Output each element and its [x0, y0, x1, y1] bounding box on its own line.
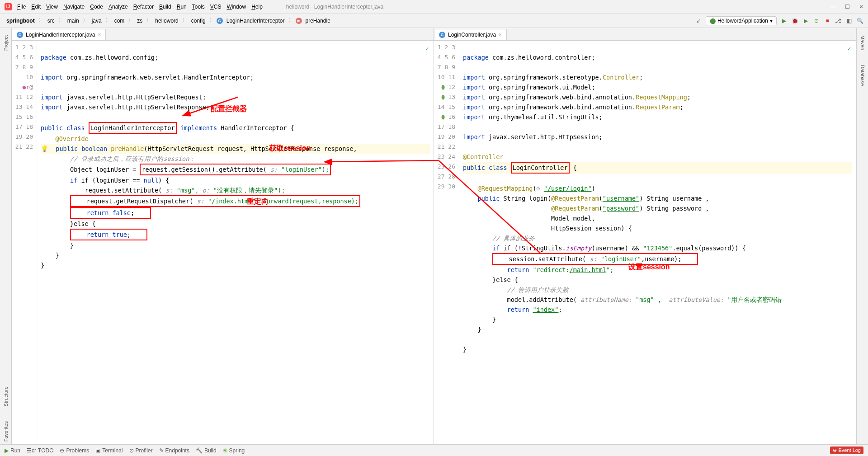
bc-helloword[interactable]: helloword	[153, 17, 180, 25]
menu-view[interactable]: View	[46, 4, 58, 10]
sidebar-project[interactable]: Project	[2, 33, 9, 53]
editor-left: C LoginHandlerInterceptor.java × 1 2 3 4…	[12, 28, 434, 444]
stop-icon[interactable]: ■	[824, 17, 831, 24]
bc-src[interactable]: src	[46, 17, 57, 25]
toolbar: springboot〉 src〉 main〉 java〉 com〉 zs〉 he…	[0, 14, 868, 28]
sidebar-maven[interactable]: Maven	[859, 33, 866, 53]
editor-tabs-left: C LoginHandlerInterceptor.java ×	[12, 28, 434, 41]
menu-build[interactable]: Build	[159, 4, 171, 10]
sidebar-database[interactable]: Database	[859, 62, 866, 89]
menu-tools[interactable]: Tools	[192, 4, 205, 10]
highlight-class-name: LoginHandlerInterceptor	[89, 122, 177, 134]
structure-icon[interactable]: ◧	[845, 17, 853, 24]
bc-main[interactable]: main	[66, 17, 81, 25]
left-sidebar: Project Structure Favorites	[0, 28, 12, 444]
menu-analyze[interactable]: Analyze	[108, 4, 128, 10]
class-icon: C	[17, 32, 23, 38]
bc-root[interactable]: springboot	[5, 17, 37, 25]
class-icon: C	[217, 18, 223, 24]
run-config-selector[interactable]: ⬤ HellowordApplication ▾	[706, 16, 777, 25]
annotation-cfg-interceptor: 配置拦截器	[211, 104, 247, 114]
bc-config[interactable]: config	[189, 17, 208, 25]
sb-profiler[interactable]: ⊙Profiler	[129, 447, 153, 454]
highlight-get-session: request.getSession().getAttribute( s: "l…	[140, 164, 331, 175]
run-config-name: HellowordApplication	[717, 18, 768, 24]
code-left[interactable]: ✓package com.zs.helloword.config; import…	[37, 41, 434, 444]
sb-endpoints[interactable]: ✎Endpoints	[159, 447, 189, 454]
menu-run[interactable]: Run	[177, 4, 187, 10]
bc-java[interactable]: java	[90, 17, 104, 25]
bc-class[interactable]: LoginHandlerInterceptor	[225, 17, 287, 25]
annotation-get-session: 获取session	[269, 143, 311, 153]
editor-tabs-right: C LoginController.java ×	[434, 28, 856, 41]
gutter-left[interactable]: 1 2 3 4 5 6 7 8 9 10 ●↑@ 11 12 13 14 15 …	[12, 41, 37, 444]
highlight-dispatcher: request.getRequestDispatcher( s: "/index…	[70, 195, 360, 207]
debug-icon[interactable]: 🐞	[791, 17, 798, 24]
main-area: Project Structure Favorites C LoginHandl…	[0, 28, 868, 444]
menu-window[interactable]: Window	[226, 4, 246, 10]
menu-help[interactable]: Help	[251, 4, 263, 10]
chevron-down-icon: ▾	[770, 18, 773, 24]
bc-zs[interactable]: zs	[135, 17, 144, 25]
sb-problems[interactable]: ⊖Problems	[60, 447, 89, 454]
menu-vcs[interactable]: VCS	[210, 4, 222, 10]
profile-icon[interactable]: ⊙	[813, 17, 820, 24]
minimize-icon[interactable]: —	[830, 4, 836, 10]
tab-label: LoginController.java	[448, 32, 496, 38]
tab-login-controller[interactable]: C LoginController.java ×	[434, 29, 507, 40]
close-tab-icon[interactable]: ×	[499, 32, 502, 38]
check-icon: ✓	[425, 43, 429, 53]
right-sidebar: Maven Database	[856, 28, 868, 444]
app-logo-icon: IJ	[5, 3, 12, 10]
bc-com[interactable]: com	[113, 17, 127, 25]
class-icon: C	[439, 32, 445, 38]
menu-file[interactable]: File	[17, 4, 26, 10]
breadcrumb: springboot〉 src〉 main〉 java〉 com〉 zs〉 he…	[5, 17, 332, 25]
sb-event-log[interactable]: ⊖ Event Log	[830, 447, 863, 454]
sidebar-structure[interactable]: Structure	[2, 384, 9, 409]
maximize-icon[interactable]: ☐	[845, 4, 850, 10]
sb-terminal[interactable]: ▣Terminal	[95, 447, 123, 454]
statusbar: ▶Run ☰crTODO ⊖Problems ▣Terminal ⊙Profil…	[0, 444, 868, 456]
bc-method[interactable]: preHandle	[304, 17, 332, 25]
search-icon[interactable]: 🔍	[856, 17, 863, 24]
run-icon[interactable]: ▶	[780, 17, 788, 24]
sidebar-favorites[interactable]: Favorites	[2, 418, 9, 444]
close-icon[interactable]: ✕	[859, 4, 863, 10]
sb-spring[interactable]: ❀Spring	[223, 447, 245, 454]
vcs-icon[interactable]: ⎇	[835, 17, 842, 24]
highlight-return-false: return false;	[70, 207, 151, 219]
highlight-controller-name: LoginController	[511, 162, 570, 174]
sb-run[interactable]: ▶Run	[5, 447, 20, 454]
editor-right: C LoginController.java × 1 2 3 4 5 6 7 8…	[434, 28, 856, 444]
method-icon: m	[296, 18, 302, 24]
annotation-set-session: 设置session	[628, 262, 670, 272]
window-title: helloword - LoginHandlerInterceptor.java	[286, 4, 383, 10]
menu-navigate[interactable]: Navigate	[63, 4, 85, 10]
sb-todo[interactable]: ☰crTODO	[27, 447, 53, 454]
build-icon[interactable]: ↙	[695, 17, 702, 24]
menu-code[interactable]: Code	[90, 4, 103, 10]
menu-edit[interactable]: Edit	[31, 4, 41, 10]
menubar: IJ File Edit View Navigate Code Analyze …	[0, 0, 868, 14]
check-icon: ✓	[848, 43, 851, 53]
menu-refactor[interactable]: Refactor	[133, 4, 154, 10]
annotation-redirect: 重定向	[247, 197, 269, 207]
coverage-icon[interactable]: ▶	[802, 17, 809, 24]
code-right[interactable]: ✓package com.zs.helloword.controller; im…	[459, 41, 856, 444]
highlight-return-true: return true;	[70, 229, 147, 240]
close-tab-icon[interactable]: ×	[98, 32, 101, 38]
tab-label: LoginHandlerInterceptor.java	[26, 32, 95, 38]
sb-build[interactable]: 🔨Build	[196, 447, 217, 454]
tab-login-interceptor[interactable]: C LoginHandlerInterceptor.java ×	[12, 29, 106, 40]
gutter-right[interactable]: 1 2 3 4 5 6 7 8 9 10 11 ⬮ 12 ⬮ 13 14 15 …	[434, 41, 459, 444]
